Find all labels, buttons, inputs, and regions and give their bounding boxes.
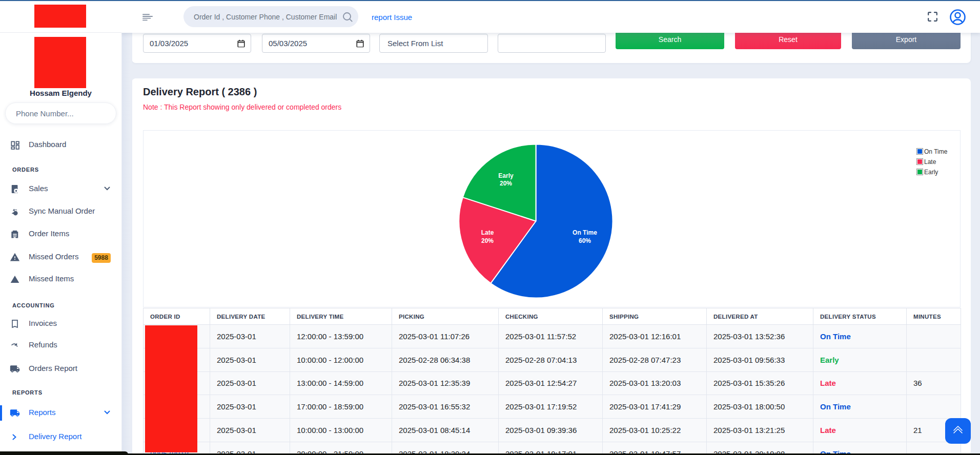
svg-text:On Time: On Time — [573, 229, 597, 236]
svg-text:20%: 20% — [481, 237, 494, 244]
svg-text:Late: Late — [481, 229, 494, 236]
svg-text:Early: Early — [498, 172, 514, 179]
svg-text:60%: 60% — [579, 237, 591, 244]
svg-text:20%: 20% — [500, 180, 512, 187]
